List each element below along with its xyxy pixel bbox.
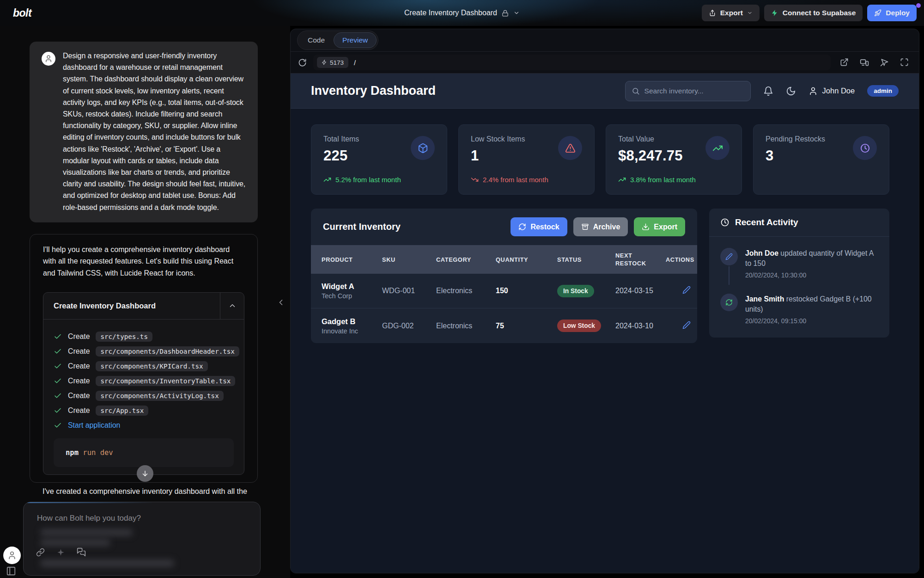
- bell-icon[interactable]: [763, 86, 773, 96]
- redacted-blur: [40, 529, 133, 536]
- workbench: Code Preview 5173 /: [290, 29, 919, 573]
- dark-mode-toggle-moon-icon[interactable]: [786, 86, 796, 96]
- project-title: Create Inventory Dashboard: [404, 9, 497, 17]
- rocket-icon: [874, 9, 881, 17]
- activity-timestamp: 20/02/2024, 10:30:00: [745, 271, 878, 279]
- reload-icon[interactable]: [298, 58, 307, 67]
- assistant-outro-text: I've created a comprehensive inventory d…: [30, 486, 258, 497]
- preview-address-bar: 5173 /: [291, 51, 919, 74]
- artifact-step-start-application: Start application: [54, 418, 234, 433]
- table-row[interactable]: Gadget B Innovate Inc GDG-002 Electronic…: [311, 308, 697, 343]
- artifact-step: Create src/components/ActivityLog.tsx: [54, 388, 234, 403]
- connect-supabase-button[interactable]: Connect to Supabase: [764, 5, 863, 21]
- check-icon: [54, 406, 62, 415]
- preview-toolbar: [837, 58, 912, 67]
- check-icon: [54, 421, 62, 430]
- artifact-title: Create Inventory Dashboard: [43, 293, 220, 319]
- code-preview-toggle: Code Preview: [297, 31, 378, 50]
- project-title-menu[interactable]: Create Inventory Dashboard: [404, 0, 520, 26]
- download-icon: [642, 223, 650, 231]
- kpi-card-low-stock: Low Stock Items 1 2.4% from last month: [458, 124, 595, 195]
- fullscreen-icon[interactable]: [900, 58, 909, 67]
- kpi-trend: 2.4% from last month: [471, 175, 582, 184]
- category-cell: Electronics: [436, 322, 496, 330]
- archive-button[interactable]: Archive: [573, 217, 628, 236]
- artifact-step: Create src/types.ts: [54, 329, 234, 344]
- package-icon: [411, 136, 435, 160]
- link-icon[interactable]: [36, 548, 45, 557]
- trend-up-icon: [323, 176, 331, 184]
- dashboard-header: Inventory Dashboard: [291, 74, 919, 109]
- alert-triangle-icon: [558, 136, 582, 160]
- chat-input[interactable]: How can Bolt help you today?: [23, 502, 261, 576]
- user-name: John Doe: [822, 86, 855, 95]
- edit-row-icon[interactable]: [682, 321, 691, 329]
- trend-up-icon: [618, 176, 626, 184]
- open-external-icon[interactable]: [840, 58, 849, 67]
- chat-panel: Design a responsive and user-friendly in…: [0, 26, 290, 578]
- product-name: Widget A: [322, 282, 382, 291]
- inventory-title: Current Inventory: [323, 221, 401, 232]
- chat-input-toolbar: [36, 547, 86, 557]
- user-icon: [808, 86, 818, 96]
- quantity-cell[interactable]: 150: [496, 287, 557, 295]
- clock-icon: [720, 218, 729, 227]
- bolt-app: bolt Create Inventory Dashboard Export C…: [0, 0, 924, 578]
- kpi-trend: 5.2% from last month: [323, 175, 435, 184]
- check-icon: [54, 362, 62, 370]
- url-path: /: [354, 59, 356, 67]
- file-chip[interactable]: src/types.ts: [96, 332, 152, 342]
- user-message-text: Design a responsive and user-friendly in…: [63, 50, 246, 213]
- kpi-card-total-value: Total Value $8,247.75 3.8% from last mon…: [606, 124, 742, 195]
- restock-button[interactable]: Restock: [511, 217, 567, 236]
- page-title: Inventory Dashboard: [311, 84, 436, 98]
- collapse-chat-button[interactable]: [276, 298, 286, 307]
- assistant-message: I'll help you create a comprehensive inv…: [30, 234, 258, 483]
- export-button[interactable]: Export: [702, 5, 760, 21]
- export-csv-button[interactable]: Export: [634, 217, 685, 236]
- discussion-icon[interactable]: [77, 547, 86, 557]
- search-input[interactable]: [644, 87, 744, 95]
- search-box[interactable]: [625, 81, 751, 101]
- view-tabs: Code Preview: [291, 29, 919, 51]
- sku-cell: GDG-002: [382, 322, 436, 330]
- scroll-to-bottom-button[interactable]: [137, 465, 153, 482]
- artifact-step: Create src/components/DashboardHeader.ts…: [54, 344, 234, 359]
- sidebar-panel-icon[interactable]: [6, 566, 16, 576]
- inventory-card: Current Inventory Restock Archive: [311, 209, 697, 343]
- file-chip[interactable]: src/components/InventoryTable.tsx: [96, 376, 235, 386]
- file-chip[interactable]: src/App.tsx: [96, 406, 148, 416]
- zap-icon: [322, 60, 327, 65]
- inspect-pointer-icon[interactable]: [880, 58, 889, 67]
- sparkles-icon[interactable]: [56, 548, 65, 557]
- kpi-row: Total Items 225 5.2% from last month: [311, 124, 889, 195]
- recent-activity-header: Recent Activity: [709, 209, 889, 237]
- artifact-step: Create src/App.tsx: [54, 403, 234, 418]
- bolt-logo[interactable]: bolt: [7, 7, 31, 19]
- port-chip[interactable]: 5173: [317, 57, 348, 68]
- chevron-left-icon: [276, 298, 286, 307]
- account-avatar[interactable]: [3, 547, 21, 564]
- edit-row-icon[interactable]: [682, 286, 691, 294]
- preview-viewport: Inventory Dashboard: [291, 74, 919, 573]
- chevron-down-icon: [747, 10, 753, 16]
- artifact-step: Create src/components/InventoryTable.tsx: [54, 374, 234, 388]
- redacted-blur: [40, 560, 174, 567]
- user-menu[interactable]: John Doe: [808, 86, 855, 96]
- url-input[interactable]: 5173 /: [313, 55, 831, 70]
- tab-preview[interactable]: Preview: [334, 32, 377, 48]
- file-chip[interactable]: src/components/DashboardHeader.tsx: [96, 346, 239, 357]
- file-chip[interactable]: src/components/ActivityLog.tsx: [96, 391, 223, 401]
- user-message: Design a responsive and user-friendly in…: [30, 42, 258, 222]
- deploy-button[interactable]: Deploy: [867, 5, 917, 21]
- lock-icon: [502, 10, 509, 17]
- file-chip[interactable]: src/components/KPICard.tsx: [96, 361, 207, 371]
- tab-code[interactable]: Code: [299, 32, 334, 48]
- table-row[interactable]: Widget A Tech Corp WDG-001 Electronics 1…: [311, 274, 697, 308]
- devices-icon[interactable]: [860, 58, 869, 67]
- artifact-collapse-button[interactable]: [220, 293, 244, 319]
- kpi-value: $8,247.75: [618, 148, 683, 164]
- recent-activity-card: Recent Activity John Doe: [709, 209, 889, 338]
- quantity-cell[interactable]: 75: [496, 322, 557, 330]
- activity-item: Jane Smith restocked Gadget B (+100 unit…: [720, 294, 878, 325]
